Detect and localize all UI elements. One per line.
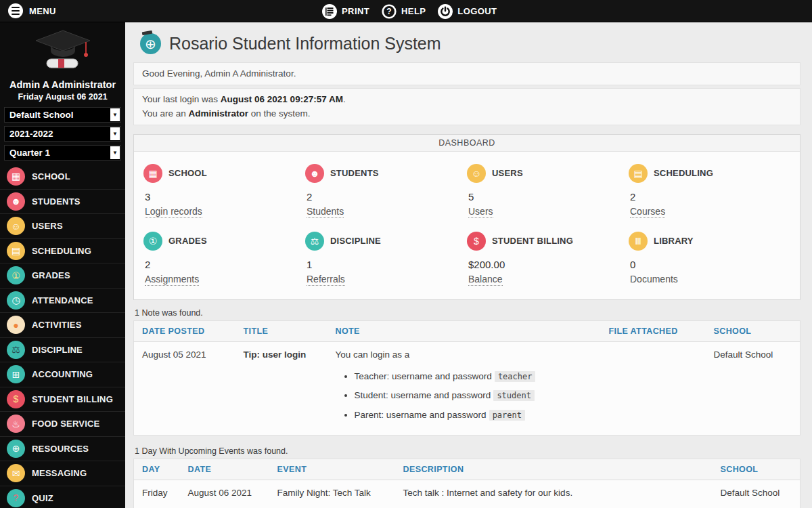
stat-scheduling: ▤SCHEDULING 2 Courses (629, 164, 790, 218)
notes-count: 1 Note was found. (135, 308, 800, 318)
col-day[interactable]: DAY (134, 459, 180, 480)
graduation-cap-logo-icon (0, 22, 125, 78)
col-note[interactable]: NOTE (328, 320, 601, 341)
stat-grades: ①GRADES 2 Assignments (143, 232, 305, 286)
grades-icon: ① (7, 266, 25, 284)
col-date-posted[interactable]: DATE POSTED (134, 320, 235, 341)
attendance-icon: ◷ (7, 291, 25, 310)
students-icon: ☻ (7, 192, 25, 211)
note-school: Default School (706, 341, 800, 436)
school-year-select[interactable]: 2021-2022 ▼ (4, 126, 121, 142)
grades-icon: ① (143, 232, 162, 251)
chevron-down-icon: ▼ (110, 127, 120, 140)
sidebar-item-discipline[interactable]: ⚖ DISCIPLINE (0, 337, 125, 362)
sidebar: Admin A Administrator Friday August 06 2… (0, 22, 125, 508)
sidebar-item-scheduling[interactable]: ▤ SCHEDULING (0, 238, 125, 263)
balance-link[interactable]: Balance (468, 274, 503, 286)
students-link[interactable]: Students (307, 206, 344, 218)
messaging-icon: ✉ (7, 464, 25, 482)
sidebar-item-quiz[interactable]: ? QUIZ (0, 486, 125, 508)
last-login-line: Your last login was August 06 2021 09:27… (142, 93, 792, 106)
dashboard-panel: DASHBOARD ▦SCHOOL 3 Login records ☻STUDE… (133, 134, 800, 300)
stat-school: ▦SCHOOL 3 Login records (143, 164, 305, 218)
sidebar-item-grades[interactable]: ① GRADES (0, 263, 125, 288)
sidebar-item-school[interactable]: ▦ SCHOOL (0, 164, 125, 189)
login-records-link[interactable]: Login records (145, 206, 202, 218)
help-button[interactable]: ? HELP (382, 4, 426, 19)
greeting-text: Good Evening, Admin A Administrator. (142, 68, 296, 79)
main-content: ⊕ Rosario Student Information System Goo… (125, 22, 812, 508)
svg-text:?: ? (386, 7, 391, 16)
sidebar-item-student-billing[interactable]: $ STUDENT BILLING (0, 387, 125, 412)
col-school[interactable]: SCHOOL (706, 320, 800, 341)
event-day: Friday (134, 480, 180, 508)
food-service-icon: ♨ (7, 415, 25, 433)
logout-button[interactable]: LOGOUT (438, 4, 497, 19)
school-icon: ▦ (7, 167, 25, 186)
marking-period-select[interactable]: Quarter 1 ▼ (4, 145, 121, 161)
stat-label: DISCIPLINE (330, 236, 381, 246)
sidebar-item-label: ACTIVITIES (32, 320, 82, 330)
marking-period-select-value: Quarter 1 (9, 148, 50, 158)
school-icon: ▦ (143, 164, 162, 183)
stat-library: ⅢLIBRARY 0 Documents (629, 232, 790, 286)
menu-button[interactable]: MENU (0, 3, 64, 18)
sidebar-item-label: ATTENDANCE (32, 295, 93, 305)
col-date[interactable]: DATE (180, 459, 269, 480)
page-title: Rosario Student Information System (169, 34, 441, 54)
sidebar-item-students[interactable]: ☻ STUDENTS (0, 189, 125, 214)
current-date: Friday August 06 2021 (0, 92, 125, 102)
login-info-box: Your last login was August 06 2021 09:27… (133, 88, 800, 125)
scheduling-icon: ▤ (629, 164, 648, 183)
topbar: MENU PRINT ? HELP LOGOUT (0, 0, 812, 22)
student-billing-icon: $ (467, 232, 486, 251)
sidebar-item-activities[interactable]: ● ACTIVITIES (0, 312, 125, 337)
users-icon: ☺ (7, 217, 25, 235)
school-select[interactable]: Default School ▼ (4, 107, 121, 123)
sidebar-item-attendance[interactable]: ◷ ATTENDANCE (0, 288, 125, 313)
stat-discipline: ⚖DISCIPLINE 1 Referrals (305, 232, 467, 286)
event-title: Family Night: Tech Talk (269, 480, 395, 508)
activities-icon: ● (7, 316, 25, 334)
stat-label: STUDENTS (330, 168, 379, 178)
sidebar-item-label: USERS (32, 221, 63, 231)
sidebar-item-label: SCHEDULING (32, 246, 91, 256)
help-label: HELP (401, 6, 426, 16)
col-event[interactable]: EVENT (269, 459, 395, 480)
sidebar-item-label: QUIZ (32, 493, 53, 503)
sidebar-item-accounting[interactable]: ⊞ ACCOUNTING (0, 362, 125, 387)
app-globe-logo-icon: ⊕ (140, 33, 161, 54)
col-school[interactable]: SCHOOL (713, 459, 800, 480)
courses-link[interactable]: Courses (630, 206, 665, 218)
sidebar-item-label: GRADES (32, 270, 70, 280)
assignments-link[interactable]: Assignments (145, 274, 199, 286)
sidebar-item-messaging[interactable]: ✉ MESSAGING (0, 461, 125, 486)
sidebar-item-food-service[interactable]: ♨ FOOD SERVICE (0, 411, 125, 436)
school-select-value: Default School (9, 110, 74, 120)
sidebar-item-label: SCHOOL (32, 171, 70, 182)
sidebar-item-label: STUDENTS (32, 196, 81, 207)
sidebar-item-users[interactable]: ☺ USERS (0, 213, 125, 238)
col-description[interactable]: DESCRIPTION (395, 459, 713, 480)
event-school: Default School (713, 480, 800, 508)
referrals-link[interactable]: Referrals (307, 274, 345, 286)
users-link[interactable]: Users (468, 206, 493, 218)
menu-label: MENU (29, 6, 56, 16)
stat-label: STUDENT BILLING (492, 236, 573, 246)
note-row: August 05 2021 Tip: user login You can l… (134, 341, 800, 436)
print-button[interactable]: PRINT (322, 4, 369, 19)
col-file-attached[interactable]: FILE ATTACHED (601, 320, 706, 341)
sidebar-item-label: DISCIPLINE (32, 345, 83, 355)
note-title: Tip: user login (235, 341, 328, 436)
note-bullet: Student: username and passwordstudent (355, 389, 593, 402)
col-title[interactable]: TITLE (235, 320, 328, 341)
stat-value: 2 (630, 191, 790, 203)
print-icon (322, 4, 337, 19)
stat-label: USERS (492, 168, 523, 178)
stat-value: 1 (307, 259, 467, 270)
sidebar-item-resources[interactable]: ⊕ RESOURCES (0, 436, 125, 461)
user-name: Admin A Administrator (0, 79, 125, 90)
greeting-box: Good Evening, Admin A Administrator. (133, 62, 800, 85)
logout-power-icon (438, 4, 453, 19)
stat-value: 2 (145, 259, 305, 270)
